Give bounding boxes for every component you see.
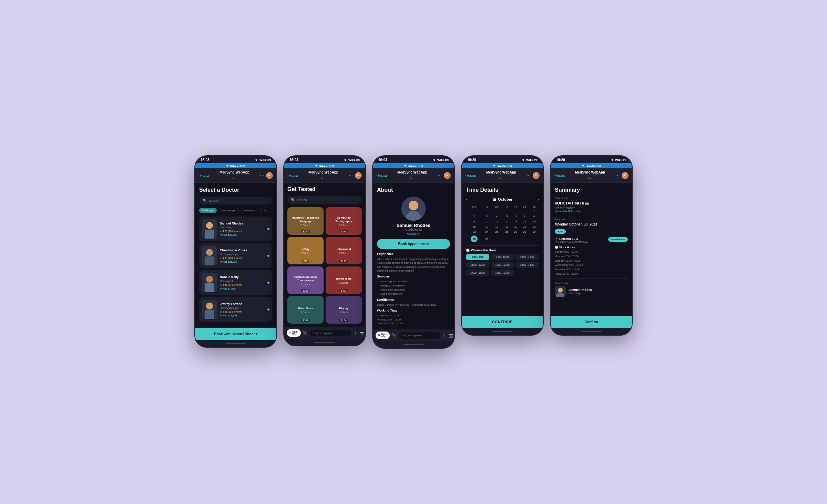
cal-day[interactable]: 3 [482, 214, 491, 219]
test-card-us[interactable]: Ultrasound 3 Clinics $129 [326, 237, 362, 264]
back-btn-3[interactable]: ‹Назад [376, 174, 387, 177]
doctor-card-1[interactable]: Christopher Cross Otolaryngologist ★ 4.3… [199, 243, 272, 268]
back-btn-4[interactable]: ‹Назад [465, 174, 476, 177]
back-btn-1[interactable]: ‹Назад [198, 174, 209, 177]
search-bar-1[interactable]: 🔍 [199, 197, 272, 204]
hour-btn-1[interactable]: 9:00 - 10:00 [491, 254, 514, 260]
hour-btn-6[interactable]: 14:00 - 15:00 [466, 270, 489, 276]
cal-day[interactable]: 25 [491, 229, 502, 234]
search-input-2[interactable] [297, 198, 358, 202]
book-samuel-btn[interactable]: Book with Samuel Rhodes [195, 328, 276, 340]
cal-day[interactable]: 19 [502, 224, 511, 229]
hour-btn-3[interactable]: 11:00 - 12:00 [466, 262, 489, 268]
hour-btn-2[interactable]: 10:00 - 11:00 [515, 254, 539, 260]
cal-day[interactable]: 2 [466, 214, 482, 219]
cal-day[interactable]: 14 [520, 219, 529, 224]
doctor-price-2: Price: 31,00$ [220, 287, 265, 290]
cal-day[interactable]: 12 [502, 219, 511, 224]
cal-next[interactable]: › [537, 197, 539, 202]
cal-day[interactable]: 15 [529, 219, 539, 224]
confirm-btn[interactable]: Confirm [551, 316, 632, 328]
cal-day[interactable]: 18 [491, 224, 502, 229]
back-btn-5[interactable]: ‹Назад [554, 174, 565, 177]
test-pet-name: Positron Emission Tomography [290, 275, 321, 283]
menu-btn-4[interactable]: ⋯ [527, 173, 531, 178]
doctor-card-3[interactable]: Jeffrey Estrada Otolaryngologist ★ 4.41 … [199, 297, 272, 322]
menu-btn-5[interactable]: ⋯ [615, 173, 620, 178]
cal-day[interactable]: 27 [512, 229, 520, 234]
doctor-info-0: Samuel Rhodes Cardiologist ★ 4.50 (200 r… [220, 222, 265, 237]
get-direction-btn[interactable]: Get direction [608, 237, 628, 242]
test-card-urine[interactable]: Urine Tests 3 Clinics $187 [287, 296, 324, 324]
book-appointment-btn[interactable]: Book Appointment [377, 239, 450, 249]
cal-day[interactable]: 26 [502, 229, 511, 234]
cal-day[interactable]: 4 [491, 214, 502, 219]
menu-btn-2[interactable]: ⋯ [349, 173, 353, 178]
search-input-1[interactable] [209, 199, 269, 202]
cert-title: Certificates [377, 298, 450, 302]
chip-dermatologist[interactable]: Dermatologist [218, 208, 239, 213]
attachment-icon-2[interactable]: 📎 [303, 331, 308, 335]
cal-day[interactable]: 22 [529, 224, 539, 229]
test-blood-price: $471 [339, 289, 349, 292]
test-blood-sub: 3 Clinics [339, 282, 348, 284]
status-bar-5: 19:20 ✈ WiFi 22 [551, 156, 632, 163]
doctor-card-2[interactable]: Ronald Kelly Neurologist ★ 4.46 (140 rev… [199, 270, 272, 295]
open-web-btn-2[interactable]: ✕Open Web [287, 329, 301, 337]
test-card-blood[interactable]: Blood Tests 3 Clinics $471 [326, 266, 362, 294]
test-card-mri[interactable]: Magnetic Resonance Imaging 3 Clinics $23… [287, 207, 324, 235]
continue-btn[interactable]: CONTINUE [462, 316, 543, 328]
cal-day[interactable]: 11 [491, 219, 502, 224]
hour-btn-7[interactable]: 16:00 - 17:00 [491, 270, 514, 276]
cal-prev[interactable]: ‹ [466, 197, 468, 202]
menu-btn-3[interactable]: ⋯ [438, 173, 442, 178]
cal-day[interactable]: 13 [512, 219, 520, 224]
test-card-pet[interactable]: Positron Emission Tomography 3 Clinics $… [287, 266, 324, 294]
doctor-card-0[interactable]: Samuel Rhodes Cardiologist ★ 4.50 (200 r… [199, 217, 272, 241]
attachment-icon-3[interactable]: 📎 [392, 333, 397, 338]
cal-day[interactable]: 10 [482, 219, 491, 224]
back-btn-2[interactable]: ‹Назад [287, 174, 298, 177]
cal-day[interactable]: 1 [529, 209, 539, 214]
cal-day[interactable]: 24 [482, 229, 491, 234]
cal-day[interactable]: 29 [529, 229, 539, 234]
cal-day[interactable]: 6 [512, 214, 520, 219]
svc-item-2: Alzheimer's treatment [380, 288, 450, 292]
chat-input-3[interactable] [399, 332, 440, 339]
open-web-btn-3[interactable]: ✕Open Web [376, 332, 390, 339]
cal-day[interactable]: 16 [466, 224, 482, 229]
cal-day[interactable]: 21 [520, 224, 529, 229]
cal-day[interactable]: 7 [520, 214, 529, 219]
chip-neurologist[interactable]: Neurologist [241, 208, 258, 213]
status-bar-4: 19:20 ✈ WiFi 22 [462, 156, 543, 163]
cal-day[interactable]: 31 [482, 234, 491, 243]
test-card-ct[interactable]: Computed Tomography 3 Clinics $280 [326, 207, 362, 235]
cal-day[interactable]: 28 [520, 229, 529, 234]
cal-day[interactable]: 17 [482, 224, 491, 229]
cal-day[interactable]: 9 [466, 219, 482, 224]
chat-input-2[interactable] [310, 330, 351, 336]
cal-day[interactable]: 23 [466, 229, 482, 234]
cal-day[interactable]: 5 [502, 214, 511, 219]
hour-btn-5[interactable]: 13:00 - 14:00 [515, 262, 539, 268]
search-bar-2[interactable]: 🔍 [287, 196, 362, 204]
cal-day[interactable]: 30 [466, 234, 482, 243]
status-icons-4: ✈ WiFi 22 [522, 158, 538, 162]
cal-day[interactable]: 20 [512, 224, 520, 229]
svg-rect-11 [205, 310, 214, 319]
mic-icon-3[interactable]: 🎙 [442, 333, 446, 337]
chip-oph[interactable]: Oph... [260, 208, 272, 213]
telegram-label-2: ✈ TELEGRAM [315, 164, 334, 167]
doctor-rating-1: ★ 4.39 (185 reviews) [220, 257, 265, 260]
cal-day[interactable]: 8 [529, 214, 539, 219]
hour-btn-0[interactable]: 8:00 - 9:00 [466, 254, 489, 260]
test-card-biopsy[interactable]: Biopsy 3 Clinics $154 [326, 296, 362, 324]
hour-btn-4[interactable]: 12:00 - 13:00 [491, 262, 514, 268]
photo-icon-2[interactable]: 📷 [359, 331, 364, 335]
chip-cardiologist[interactable]: Cardiologist [199, 208, 217, 213]
photo-icon-3[interactable]: 📷 [448, 333, 453, 338]
mic-icon-2[interactable]: 🎙 [354, 331, 357, 335]
test-card-xray[interactable]: X-Ray 3 Clinics $43 [287, 237, 324, 264]
menu-btn-1[interactable]: ⋯ [260, 173, 264, 178]
nav-bar-4: ‹Назад MedSync WebApp бот ⋯ K [462, 168, 543, 183]
